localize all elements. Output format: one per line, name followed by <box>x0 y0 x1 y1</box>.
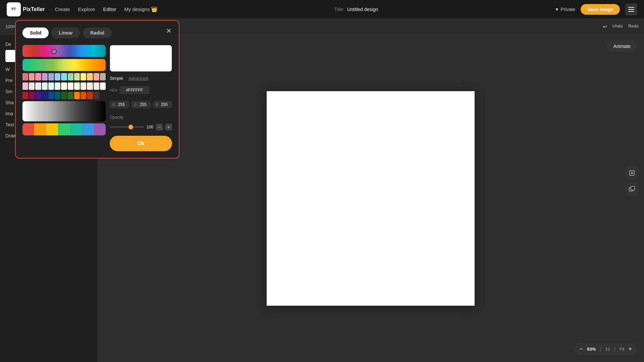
swatch-cell[interactable] <box>68 82 73 90</box>
menu-line <box>628 11 634 12</box>
logo-box: PT <box>7 2 21 16</box>
opacity-slider-row: 100 − + <box>110 124 172 130</box>
private-button[interactable]: ▼ Private <box>555 7 575 12</box>
advanced-tab[interactable]: Advanced <box>128 76 148 81</box>
title-value[interactable]: Untitled design <box>347 7 378 12</box>
swatch-cell[interactable] <box>100 73 106 80</box>
swatch-cell[interactable] <box>22 82 28 90</box>
hex-input[interactable] <box>119 86 150 94</box>
nav-editor[interactable]: Editor <box>103 6 116 12</box>
swatch-cell[interactable] <box>22 92 28 99</box>
solid-tab[interactable]: Solid <box>22 27 49 38</box>
undo-icon: ↩ <box>603 23 607 30</box>
swatch-cell[interactable] <box>42 82 48 90</box>
swatch-cell[interactable] <box>61 92 67 99</box>
opacity-increase-button[interactable]: + <box>165 124 172 130</box>
swatch-cell[interactable] <box>94 73 99 80</box>
logo[interactable]: PT PixTeller <box>7 2 45 16</box>
swatch-cell[interactable] <box>29 92 35 99</box>
swatch-cell[interactable] <box>100 82 106 90</box>
color-preview <box>110 45 172 72</box>
title-label: Title: <box>334 7 344 12</box>
crown-icon: 👑 <box>151 6 158 12</box>
swatch-cell[interactable] <box>48 92 54 99</box>
swatch-cell[interactable] <box>68 73 73 80</box>
swatch-cell[interactable] <box>61 82 67 90</box>
logo-text: PT <box>12 8 16 11</box>
g-input[interactable] <box>138 102 148 107</box>
top-navigation: PT PixTeller Create Explore Editor My de… <box>0 0 644 19</box>
zoom-fit-button[interactable]: Fit <box>620 347 624 352</box>
swatch-cell[interactable] <box>80 82 86 90</box>
opacity-value: 100 <box>147 125 153 129</box>
swatch-cell[interactable] <box>61 73 67 80</box>
duplicate-icon <box>629 186 635 192</box>
swatch-cell[interactable] <box>87 92 93 99</box>
menu-button[interactable] <box>625 3 637 15</box>
rgb-row: R G B <box>110 101 172 108</box>
color-picker-popup: Solid Linear Radial ✕ <box>15 20 179 159</box>
close-button[interactable]: ✕ <box>164 26 173 36</box>
duplicate-button[interactable] <box>625 182 639 196</box>
swatch-cell[interactable] <box>55 92 60 99</box>
b-field: B <box>153 101 172 108</box>
nav-mydesigns[interactable]: My designs 👑 <box>124 6 158 12</box>
swatch-cell[interactable] <box>87 73 93 80</box>
zoom-separator: | <box>600 346 601 352</box>
add-layer-button[interactable] <box>625 166 639 180</box>
swatch-cell[interactable] <box>87 82 93 90</box>
nav-right: ▼ Private Save image <box>555 3 637 15</box>
r-input[interactable] <box>116 102 126 107</box>
animate-button[interactable]: Animate <box>607 40 637 52</box>
swatch-cell[interactable] <box>94 82 99 90</box>
opacity-row: Opacity <box>110 115 172 120</box>
swatch-cell[interactable] <box>29 82 35 90</box>
nav-create[interactable]: Create <box>55 6 70 12</box>
swatch-cell[interactable] <box>94 92 99 99</box>
opacity-slider[interactable] <box>110 126 144 128</box>
swatch-cell[interactable] <box>80 92 86 99</box>
linear-tab[interactable]: Linear <box>51 27 80 38</box>
swatch-cell[interactable] <box>80 73 86 80</box>
canvas-surface <box>267 91 475 306</box>
swatch-cell[interactable] <box>29 73 35 80</box>
swatch-cell[interactable] <box>74 73 80 80</box>
redo-button[interactable]: Redo <box>628 23 639 30</box>
swatch-cell[interactable] <box>55 82 60 90</box>
zoom-separator2: | <box>614 346 615 352</box>
ok-button[interactable]: Ok <box>110 136 172 151</box>
g-label: G <box>134 103 137 107</box>
pastel-row-2 <box>22 82 106 90</box>
grayscale-swatch[interactable] <box>22 101 106 121</box>
swatch-cell[interactable] <box>35 73 41 80</box>
undo-redo: ↩ Undo Redo <box>603 23 639 30</box>
swatch-cell[interactable] <box>100 92 106 99</box>
opacity-decrease-button[interactable]: − <box>156 124 163 130</box>
swatch-cell[interactable] <box>42 73 48 80</box>
b-input[interactable] <box>159 102 169 107</box>
swatch-cell[interactable] <box>35 92 41 99</box>
zoom-in-button[interactable]: + <box>628 346 632 353</box>
swatch-cell[interactable] <box>74 92 80 99</box>
pastel-row-3 <box>22 92 106 99</box>
save-image-button[interactable]: Save image <box>581 4 620 15</box>
recent-colors-swatch[interactable] <box>22 123 106 135</box>
simple-tab[interactable]: Simple <box>110 76 123 81</box>
nav-center: Title: Untitled design <box>158 7 554 12</box>
zoom-out-button[interactable]: − <box>580 346 583 353</box>
undo-button[interactable]: Undo <box>612 23 623 30</box>
pastel-row-1 <box>22 73 106 80</box>
right-side-buttons <box>625 166 639 196</box>
swatch-cell[interactable] <box>22 73 28 80</box>
nav-explore[interactable]: Explore <box>78 6 95 12</box>
swatch-cell[interactable] <box>48 82 54 90</box>
swatch-cell[interactable] <box>68 92 73 99</box>
swatch-cell[interactable] <box>55 73 60 80</box>
swatch-cell[interactable] <box>74 82 80 90</box>
rainbow-swatch-1[interactable] <box>22 45 106 57</box>
radial-tab[interactable]: Radial <box>83 27 112 38</box>
swatch-cell[interactable] <box>35 82 41 90</box>
swatch-cell[interactable] <box>42 92 48 99</box>
rainbow-swatch-2[interactable] <box>22 59 106 71</box>
swatch-cell[interactable] <box>48 73 54 80</box>
